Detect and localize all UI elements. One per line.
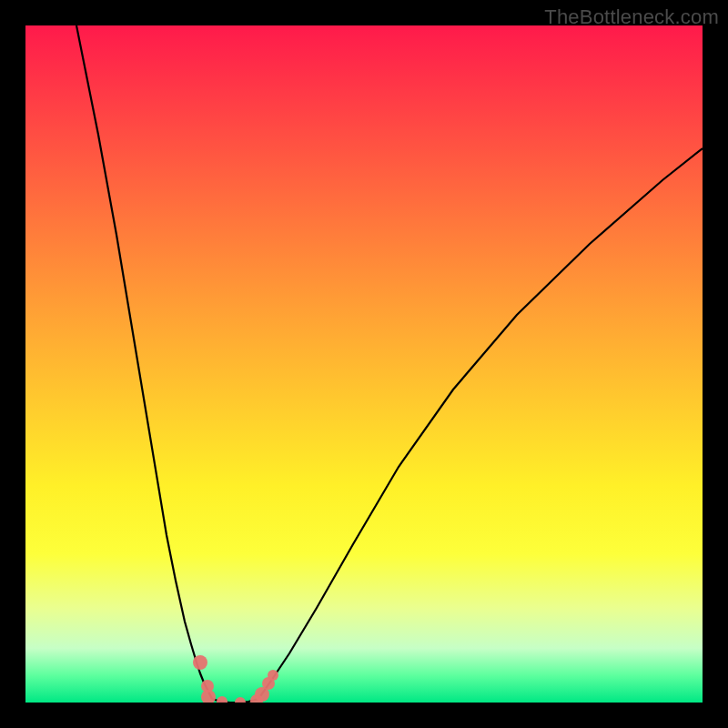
plot-area	[25, 25, 703, 703]
scatter-dots	[193, 655, 278, 703]
curve-left-branch	[76, 25, 212, 699]
scatter-dot	[268, 670, 278, 681]
chart-svg	[25, 25, 703, 703]
scatter-dot	[193, 655, 207, 670]
scatter-dot	[235, 697, 246, 703]
curve-right-branch	[258, 148, 703, 699]
scatter-dot	[217, 696, 228, 703]
frame: TheBottleneck.com	[0, 0, 728, 728]
scatter-dot	[201, 690, 216, 703]
